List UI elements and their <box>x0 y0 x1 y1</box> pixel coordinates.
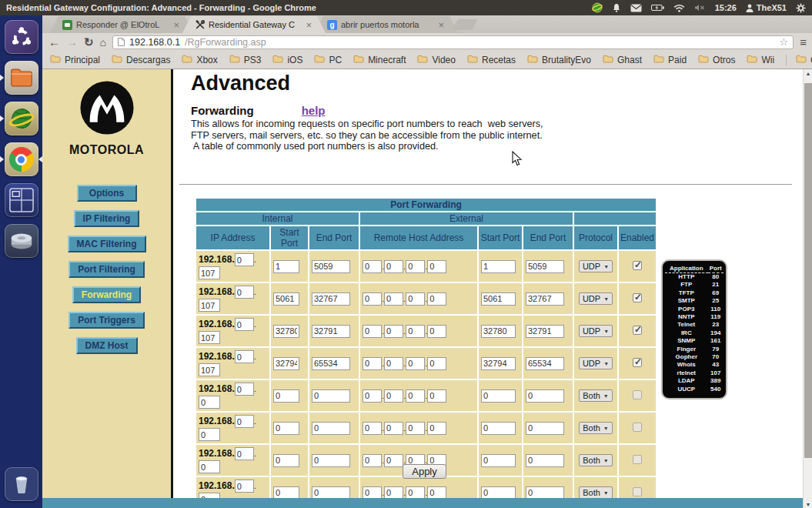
external-start-port-input[interactable] <box>481 389 516 403</box>
remote-octet2-input[interactable] <box>384 422 403 435</box>
page-scrollbar[interactable]: ▲ ▼ <box>803 69 812 508</box>
enabled-checkbox[interactable] <box>633 326 642 335</box>
remote-octet3-input[interactable] <box>406 389 425 403</box>
external-end-port-input[interactable] <box>526 292 564 306</box>
internal-ip-octet4-input[interactable] <box>199 266 220 279</box>
volume-muted-icon[interactable] <box>694 4 706 12</box>
remote-octet3-input[interactable] <box>406 357 425 370</box>
protocol-select[interactable]: Both▼ <box>579 486 613 499</box>
internal-end-port-input[interactable] <box>312 422 350 435</box>
user-menu[interactable]: TheX51 <box>746 3 787 12</box>
tab-close-icon[interactable]: × <box>306 20 312 30</box>
remote-octet4-input[interactable] <box>427 389 446 403</box>
internal-ip-octet3-input[interactable] <box>235 318 254 331</box>
external-end-port-input[interactable] <box>526 389 564 403</box>
external-end-port-input[interactable] <box>526 486 564 500</box>
new-tab-button[interactable] <box>452 19 477 30</box>
wifi-icon[interactable] <box>673 4 685 12</box>
remote-octet2-input[interactable] <box>384 486 403 500</box>
protocol-select[interactable]: UDP▼ <box>579 325 613 337</box>
bookmark-item[interactable]: Wii <box>747 55 774 65</box>
remote-octet3-input[interactable] <box>406 260 425 273</box>
help-link[interactable]: help <box>302 104 326 117</box>
remote-octet4-input[interactable] <box>427 292 446 306</box>
enabled-checkbox[interactable] <box>633 455 642 464</box>
enabled-checkbox[interactable] <box>633 293 642 302</box>
protocol-select[interactable]: UDP▼ <box>579 357 613 369</box>
enabled-checkbox[interactable] <box>633 358 642 367</box>
remote-octet2-input[interactable] <box>384 325 403 338</box>
internal-end-port-input[interactable] <box>312 389 350 403</box>
session-gear-icon[interactable] <box>796 3 806 13</box>
internal-start-port-input[interactable] <box>273 325 299 338</box>
bookmark-item[interactable]: Paid <box>653 55 687 65</box>
internal-start-port-input[interactable] <box>273 357 299 370</box>
bookmark-item[interactable]: Ghast <box>603 55 642 65</box>
bell-icon[interactable] <box>612 3 621 13</box>
browser-tab[interactable]: gabrir puertos motorla× <box>315 16 458 33</box>
internal-ip-octet3-input[interactable] <box>235 350 254 363</box>
home-button[interactable]: ⌂ <box>100 36 106 48</box>
external-start-port-input[interactable] <box>481 357 516 370</box>
remote-octet4-input[interactable] <box>427 325 446 338</box>
protocol-select[interactable]: UDP▼ <box>579 292 613 305</box>
bookmark-item[interactable]: Xbox <box>182 55 217 65</box>
external-start-port-input[interactable] <box>481 292 516 306</box>
forward-button[interactable]: → <box>66 36 78 48</box>
menu-button-dmz-host[interactable]: DMZ Host <box>76 337 138 354</box>
launcher-item-workspace-switcher[interactable] <box>0 182 42 218</box>
menu-button-options[interactable]: Options <box>77 185 137 202</box>
internal-ip-octet4-input[interactable] <box>199 396 220 409</box>
remote-octet3-input[interactable] <box>406 422 425 435</box>
internal-end-port-input[interactable] <box>312 292 350 306</box>
bookmark-item[interactable]: Descargas <box>112 55 170 65</box>
bookmark-item[interactable]: Recetas <box>467 55 516 65</box>
enabled-checkbox[interactable] <box>633 423 642 432</box>
launcher-item-dash-home[interactable] <box>0 19 42 55</box>
internal-ip-octet3-input[interactable] <box>235 383 254 396</box>
bookmarks-overflow[interactable]: Otros marcadores <box>786 55 812 65</box>
remote-octet1-input[interactable] <box>363 292 382 306</box>
menu-button-forwarding[interactable]: Forwarding <box>72 286 141 303</box>
mail-icon[interactable] <box>630 4 642 12</box>
chrome-menu-icon[interactable]: ≡ <box>800 35 806 48</box>
external-end-port-input[interactable] <box>526 357 564 370</box>
remote-octet3-input[interactable] <box>406 325 425 338</box>
clock[interactable]: 15:26 <box>715 3 737 12</box>
browser-tab[interactable]: Residential Gateway C× <box>182 16 326 33</box>
battery-icon[interactable] <box>651 4 664 12</box>
bookmark-item[interactable]: Principal <box>50 55 100 65</box>
launcher-item-chrome[interactable] <box>0 142 42 177</box>
internal-ip-octet3-input[interactable] <box>235 415 254 428</box>
bookmark-item[interactable]: Otros <box>698 55 735 65</box>
remote-octet1-input[interactable] <box>363 389 382 403</box>
menu-button-port-triggers[interactable]: Port Triggers <box>69 312 145 329</box>
reload-button[interactable]: ↻ <box>84 36 94 48</box>
network-globe-icon[interactable] <box>592 2 603 13</box>
bookmark-item[interactable]: BrutalityEvo <box>527 55 591 65</box>
back-button[interactable]: ← <box>48 36 60 48</box>
scrollbar-up-icon[interactable]: ▲ <box>804 71 812 76</box>
external-start-port-input[interactable] <box>481 325 516 338</box>
internal-start-port-input[interactable] <box>273 486 299 500</box>
internal-end-port-input[interactable] <box>312 260 350 273</box>
remote-octet1-input[interactable] <box>363 357 382 370</box>
remote-octet2-input[interactable] <box>384 357 403 370</box>
remote-octet2-input[interactable] <box>384 260 403 273</box>
protocol-select[interactable]: UDP▼ <box>579 260 613 272</box>
scrollbar-down-icon[interactable]: ▼ <box>804 502 812 507</box>
internal-ip-octet4-input[interactable] <box>199 428 220 441</box>
bookmark-item[interactable]: Minecraft <box>353 55 406 65</box>
internal-start-port-input[interactable] <box>273 260 299 273</box>
launcher-item-downloader[interactable] <box>0 101 42 136</box>
tab-close-icon[interactable]: × <box>438 20 444 30</box>
remote-octet3-input[interactable] <box>406 292 425 306</box>
remote-octet4-input[interactable] <box>427 260 446 273</box>
bookmark-item[interactable]: PC <box>314 55 342 65</box>
address-bar[interactable]: 192.168.0.1/RgForwarding.asp ☆ <box>112 35 794 49</box>
internal-end-port-input[interactable] <box>312 486 350 500</box>
internal-ip-octet3-input[interactable] <box>235 286 254 299</box>
internal-end-port-input[interactable] <box>312 325 350 338</box>
remote-octet1-input[interactable] <box>363 486 382 500</box>
enabled-checkbox[interactable] <box>633 261 642 270</box>
